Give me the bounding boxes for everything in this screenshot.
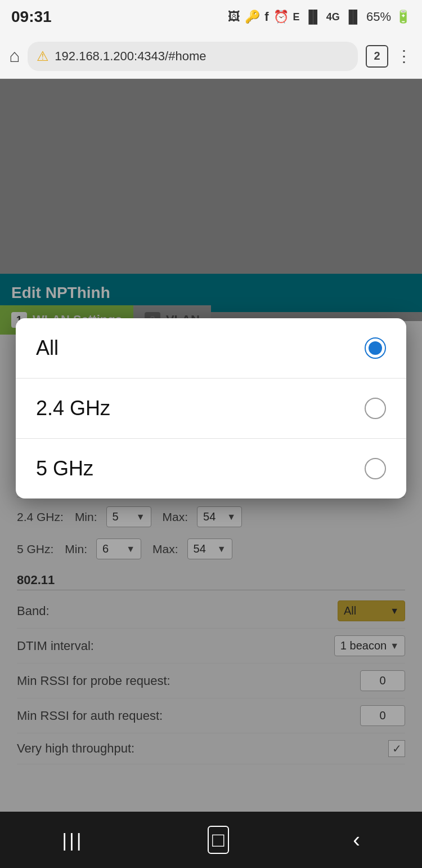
battery-percent: 65% xyxy=(366,10,391,24)
battery-icon: 🔋 xyxy=(396,10,411,24)
bottom-nav: ||| □ ‹ xyxy=(0,812,422,868)
key-icon: 🔑 xyxy=(245,10,260,24)
radio-dialog: All 2.4 GHz 5 GHz xyxy=(16,318,406,498)
facebook-icon: f xyxy=(264,10,268,24)
signal-4g-icon: 4G xyxy=(326,11,340,23)
home-nav-button[interactable]: □ xyxy=(208,826,229,854)
radio-5ghz-label: 5 GHz xyxy=(36,457,93,480)
radio-all-inner xyxy=(369,341,382,355)
home-icon[interactable]: ⌂ xyxy=(9,46,20,66)
alarm-icon: ⏰ xyxy=(273,10,289,24)
back-button[interactable]: ‹ xyxy=(353,828,360,852)
network-e-icon: E xyxy=(293,11,300,23)
recent-apps-button[interactable]: ||| xyxy=(62,829,84,851)
url-bar[interactable]: ⚠ 192.168.1.200:4343/#home xyxy=(28,42,358,71)
radio-option-24ghz[interactable]: 2.4 GHz xyxy=(16,379,406,439)
radio-all-label: All xyxy=(36,336,59,360)
browser-menu-icon[interactable]: ⋮ xyxy=(396,47,413,65)
tab-count-badge[interactable]: 2 xyxy=(366,45,388,68)
radio-all-circle[interactable] xyxy=(365,337,386,359)
radio-24ghz-circle[interactable] xyxy=(365,398,386,419)
warning-icon: ⚠ xyxy=(37,48,49,64)
radio-5ghz-circle[interactable] xyxy=(365,458,386,479)
radio-24ghz-label: 2.4 GHz xyxy=(36,397,110,420)
url-text: 192.168.1.200:4343/#home xyxy=(55,49,206,64)
signal-bars-icon: ▐▌ xyxy=(304,10,322,24)
signal-bars2-icon: ▐▌ xyxy=(344,10,362,24)
status-time: 09:31 xyxy=(11,8,52,26)
status-icons: 🖼 🔑 f ⏰ E ▐▌ 4G ▐▌ 65% 🔋 xyxy=(228,10,411,24)
status-bar: 09:31 🖼 🔑 f ⏰ E ▐▌ 4G ▐▌ 65% 🔋 xyxy=(0,0,422,34)
image-icon: 🖼 xyxy=(228,10,240,24)
recent-apps-icon: ||| xyxy=(62,829,84,851)
home-nav-icon: □ xyxy=(208,826,229,854)
browser-bar: ⌂ ⚠ 192.168.1.200:4343/#home 2 ⋮ xyxy=(0,34,422,79)
back-icon: ‹ xyxy=(353,828,360,852)
radio-option-5ghz[interactable]: 5 GHz xyxy=(16,439,406,498)
radio-option-all[interactable]: All xyxy=(16,318,406,379)
